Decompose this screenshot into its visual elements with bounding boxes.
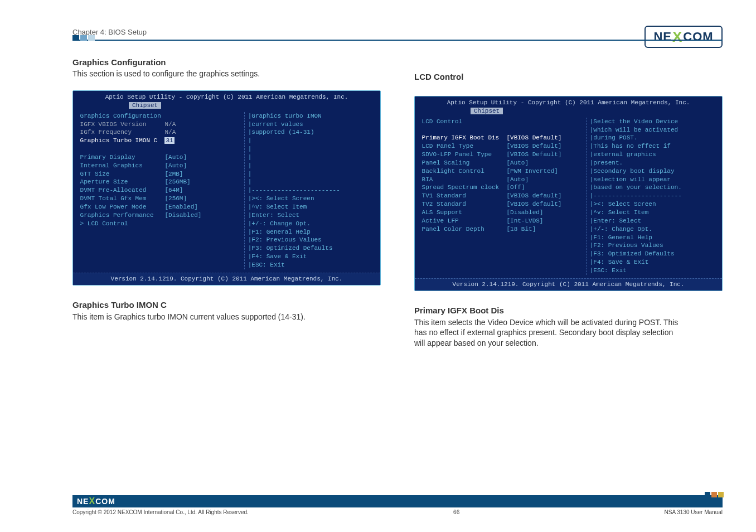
bios-screenshot-right: Aptio Setup Utility - Copyright (C) 2011… [414, 96, 723, 291]
paragraph-title: Graphics Turbo IMON C [72, 300, 381, 309]
block-icon [718, 492, 724, 497]
header-blocks [72, 35, 96, 41]
right-column: LCD Control Aptio Setup Utility - Copyri… [414, 57, 723, 349]
header-rule [72, 40, 723, 41]
footer-logo: NEXCOM [77, 496, 115, 506]
page-footer: NEXCOM Copyright © 2012 NEXCOM Internati… [72, 495, 723, 515]
block-icon [705, 492, 710, 497]
bios-help-pane: |Select the Video Device |which will be … [586, 118, 719, 275]
footer-copyright: Copyright © 2012 NEXCOM International Co… [72, 509, 249, 515]
bios-tab: Chipset [471, 108, 503, 114]
bios-screenshot-left: Aptio Setup Utility - Copyright (C) 2011… [72, 90, 381, 286]
bios-tab: Chipset [129, 102, 161, 109]
logo-x: X [672, 28, 682, 46]
bios-top-bar: Aptio Setup Utility - Copyright (C) 2011… [415, 96, 722, 107]
section-title: Graphics Configuration [72, 57, 381, 67]
section-title: LCD Control [414, 72, 723, 81]
brand-logo: NEXCOM [644, 26, 723, 48]
logo-pre: NE [77, 497, 89, 506]
block-icon [72, 35, 79, 41]
left-column: Graphics Configuration This section is u… [72, 57, 381, 349]
footer-doc-title: NSA 3130 User Manual [664, 509, 723, 515]
logo-pre: NE [653, 30, 672, 44]
footer-page-number: 66 [453, 509, 459, 515]
paragraph-title: Primary IGFX Boot Dis [414, 306, 723, 315]
bios-bottom-bar: Version 2.14.1219. Copyright (C) 2011 Am… [415, 278, 722, 291]
footer-bar: NEXCOM [72, 495, 723, 507]
block-icon [80, 35, 87, 41]
bios-settings-pane: Graphics Configuration IGFX VBIOS Versio… [76, 112, 244, 269]
logo-post: COM [95, 497, 115, 506]
bios-top-bar: Aptio Setup Utility - Copyright (C) 2011… [73, 91, 380, 101]
footer-corner-blocks [704, 492, 724, 497]
block-icon [88, 35, 95, 41]
paragraph-body: This item is Graphics turbo IMON current… [72, 312, 340, 322]
paragraph-body: This item selects the Video Device which… [414, 317, 682, 349]
bios-tab-row: Chipset [415, 107, 722, 115]
logo-post: COM [683, 30, 713, 44]
section-desc: This section is used to configure the gr… [72, 69, 381, 78]
bios-help-pane: |Graphics turbo IMON |current values |su… [244, 112, 377, 269]
bios-bottom-bar: Version 2.14.1219. Copyright (C) 2011 Am… [73, 273, 380, 285]
bios-settings-pane: LCD Control Primary IGFX Boot Dis [VBIOS… [418, 118, 586, 275]
block-icon [711, 492, 717, 497]
logo-x: X [89, 496, 95, 506]
chapter-header: Chapter 4: BIOS Setup [72, 28, 723, 36]
bios-tab-row: Chipset [73, 101, 380, 110]
